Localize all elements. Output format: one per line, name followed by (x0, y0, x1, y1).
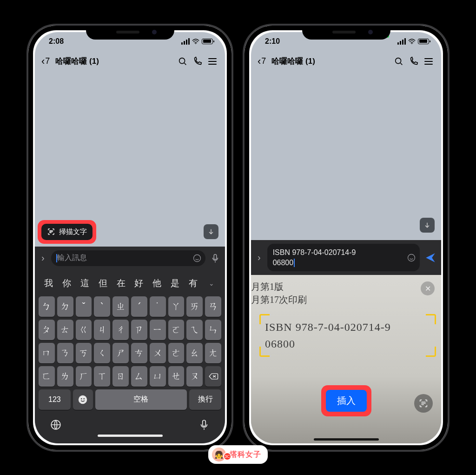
key[interactable]: ㄇ (39, 343, 55, 363)
key[interactable]: ㄈ (39, 366, 55, 387)
battery-icon (202, 39, 213, 44)
candidate[interactable]: 這 (76, 277, 94, 289)
key[interactable]: ㄖ (112, 366, 129, 387)
key[interactable]: ㄝ (168, 366, 185, 387)
preview-text: 8月第17次印刷 (251, 294, 307, 306)
candidate[interactable]: 是 (166, 277, 184, 289)
candidate[interactable]: 你 (58, 277, 76, 289)
battery-icon (418, 39, 429, 44)
key[interactable]: ㄗ (131, 320, 147, 340)
key[interactable]: ㄡ (186, 366, 203, 387)
key[interactable]: ㄔ (112, 320, 129, 340)
phone-icon (192, 56, 203, 67)
close-scan-button[interactable]: ✕ (421, 281, 435, 295)
key[interactable]: ㄌ (57, 366, 73, 387)
search-button[interactable] (177, 55, 189, 67)
key[interactable]: ˙ (150, 296, 166, 317)
insert-button[interactable]: 插入 (326, 390, 367, 412)
phone-right: 2:10 ‹ 7 哈囉哈囉 (1) (243, 24, 450, 452)
wifi-icon (408, 39, 416, 44)
svg-point-1 (179, 58, 185, 63)
dictation-key[interactable] (198, 419, 210, 431)
key[interactable]: ˋ (94, 296, 110, 317)
home-indicator[interactable] (98, 435, 163, 437)
key[interactable]: ㄛ (168, 320, 185, 340)
emoji-button[interactable] (407, 253, 416, 262)
key[interactable]: ㄘ (131, 343, 147, 363)
scroll-down-button[interactable] (420, 218, 435, 233)
close-icon: ✕ (425, 284, 431, 293)
key[interactable]: ㄍ (76, 320, 92, 340)
key[interactable]: ㄙ (131, 366, 147, 387)
candidate[interactable]: 有 (184, 277, 202, 289)
chevron-left-icon: ‹ (41, 56, 45, 67)
key[interactable]: ㄎ (76, 343, 92, 363)
return-key[interactable]: 換行 (189, 389, 221, 410)
expand-input-button[interactable]: › (256, 252, 263, 263)
key[interactable]: ㄋ (57, 343, 73, 363)
chat-header: ‹ 7 哈囉哈囉 (1) (251, 51, 441, 72)
key[interactable]: ㄓ (112, 296, 129, 317)
key[interactable]: ㄑ (94, 343, 110, 363)
scan-text-label: 掃描文字 (59, 227, 87, 236)
emoji-key[interactable] (73, 389, 93, 410)
key[interactable]: ㄐ (94, 320, 110, 340)
candidate[interactable]: 他 (148, 277, 166, 289)
search-icon (394, 56, 404, 67)
send-button[interactable] (424, 252, 436, 264)
backspace-key[interactable] (205, 366, 221, 387)
key[interactable]: ㄩ (150, 366, 166, 387)
key[interactable]: ㄊ (57, 320, 73, 340)
scan-text-icon (47, 227, 55, 236)
home-indicator[interactable] (314, 438, 379, 441)
key[interactable]: ㄕ (112, 343, 129, 363)
mic-icon (210, 253, 220, 263)
key[interactable]: ㄣ (205, 320, 221, 340)
call-button[interactable] (408, 55, 420, 67)
candidate[interactable]: 在 (112, 277, 130, 289)
candidate[interactable]: 我 (40, 277, 58, 289)
expand-candidates-button[interactable]: ⌄ (202, 280, 220, 287)
space-key[interactable]: 空格 (95, 389, 187, 410)
key[interactable]: ㄆ (39, 320, 55, 340)
emoji-button[interactable] (192, 254, 202, 263)
chat-header: ‹ 7 哈囉哈囉 (1) (35, 51, 225, 72)
expand-input-button[interactable]: › (40, 253, 46, 263)
menu-button[interactable] (206, 55, 218, 67)
globe-key[interactable] (50, 419, 62, 431)
message-input[interactable]: ISBN 978-7-04-020714-9 06800 (267, 244, 420, 271)
key[interactable]: ㄨ (150, 343, 166, 363)
smile-icon (407, 253, 416, 262)
back-button[interactable]: ‹ 7 (258, 56, 266, 67)
key[interactable]: ˇ (76, 296, 92, 317)
key[interactable]: ㄢ (205, 296, 221, 317)
menu-button[interactable] (423, 55, 435, 67)
key[interactable]: ㄜ (168, 343, 185, 363)
scroll-down-button[interactable] (204, 224, 218, 239)
call-button[interactable] (192, 55, 204, 67)
key[interactable]: ˊ (131, 296, 147, 317)
live-text-toggle[interactable] (414, 394, 433, 413)
key[interactable]: ㄠ (186, 343, 203, 363)
key[interactable]: ㄒ (94, 366, 110, 387)
key[interactable]: ㄏ (76, 366, 92, 387)
key[interactable]: ㄚ (168, 296, 185, 317)
input-text-line2: 06800 (273, 259, 294, 267)
status-time: 2:08 (49, 37, 64, 46)
key[interactable]: ㄅ (39, 296, 55, 317)
key[interactable]: ㄤ (205, 343, 221, 363)
message-input[interactable]: 輸入訊息 (51, 250, 205, 266)
live-text-scan-area: 2月第1版 8月第17次印刷 ISBN 978-7-04-020714-9 06… (251, 275, 441, 443)
key[interactable]: ㄉ (57, 296, 73, 317)
scan-text-button[interactable]: 掃描文字 (41, 224, 93, 240)
key[interactable]: ㄧ (150, 320, 166, 340)
numbers-key[interactable]: 123 (39, 389, 71, 410)
key[interactable]: ㄟ (186, 320, 203, 340)
phone-icon (409, 56, 419, 67)
back-button[interactable]: ‹ 7 (41, 56, 50, 67)
candidate[interactable]: 好 (130, 277, 148, 289)
search-button[interactable] (393, 55, 405, 67)
key[interactable]: ㄞ (186, 296, 203, 317)
voice-input-button[interactable] (210, 253, 220, 263)
candidate[interactable]: 但 (94, 277, 112, 289)
